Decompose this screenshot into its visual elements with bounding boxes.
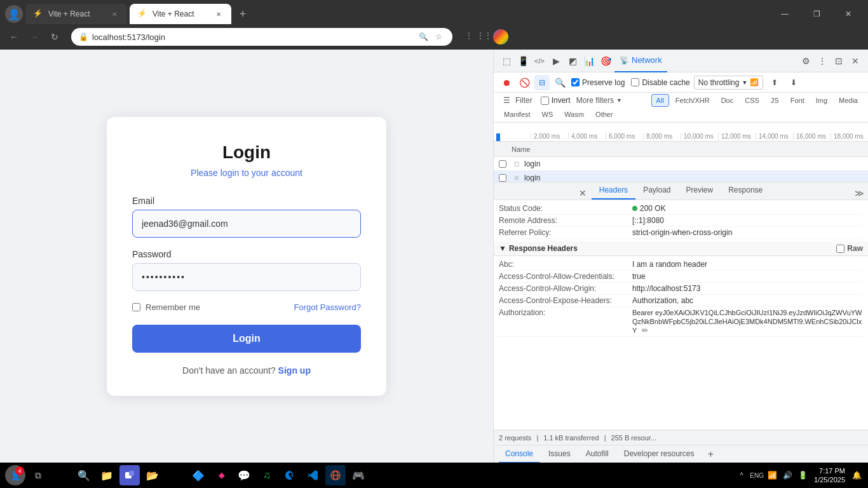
more-tools-icon[interactable]: ⋮ <box>815 53 830 69</box>
browser-taskbar-icon taskbar-browser[interactable] <box>325 465 346 485</box>
type-other-btn[interactable]: Other <box>590 108 618 121</box>
type-ws-btn[interactable]: WS <box>537 108 559 121</box>
device-toolbar-icon[interactable]: 📱 <box>515 53 531 69</box>
row-select-2[interactable] <box>499 174 506 182</box>
disable-cache-checkbox[interactable] <box>631 78 639 86</box>
browser-tab-2[interactable]: ⚡ Vite + React ✕ <box>130 4 231 24</box>
tab-close-1[interactable]: ✕ <box>109 9 119 19</box>
detail-expand-icon[interactable]: ≫ <box>853 187 865 200</box>
type-img-btn[interactable]: Img <box>811 94 832 107</box>
response-headers-title[interactable]: ▼ Response Headers Raw <box>494 241 868 256</box>
back-button[interactable]: ← <box>5 28 23 46</box>
download-har-icon[interactable]: ⬇ <box>786 75 801 90</box>
add-panel-button[interactable]: + <box>703 447 718 462</box>
invert-checkbox[interactable] <box>541 97 549 105</box>
console-tab-icon[interactable]: ▶ <box>548 53 564 69</box>
bottom-tab-console[interactable]: Console <box>499 445 539 463</box>
bookmark-star-icon[interactable]: ☆ <box>432 30 445 43</box>
password-input[interactable] <box>132 263 361 291</box>
minimize-button[interactable]: — <box>770 4 799 24</box>
preserve-log-checkbox[interactable] <box>571 78 580 86</box>
forgot-password-link[interactable]: Forgot Password? <box>294 302 362 312</box>
type-fetch-btn[interactable]: Fetch/XHR <box>670 94 715 107</box>
teams-taskbar-icon[interactable] <box>119 465 140 485</box>
store-taskbar-icon[interactable]: 🛍 <box>165 465 186 485</box>
disable-cache-option[interactable]: Disable cache <box>631 78 689 87</box>
tab-close-2[interactable]: ✕ <box>214 9 224 19</box>
network-row-login-fetch[interactable]: ⊙ login <box>494 171 868 182</box>
row-select-1[interactable] <box>499 160 506 168</box>
bottom-tab-dev-resources[interactable]: Developer resources <box>618 445 701 463</box>
clock-display[interactable]: 7:17 PM 1/25/2025 <box>814 466 845 485</box>
invert-option[interactable]: Invert <box>541 96 571 105</box>
edge-taskbar-icon[interactable] <box>280 465 300 485</box>
profile-icon[interactable] <box>493 29 508 44</box>
bottom-tab-issues[interactable]: Issues <box>542 445 577 463</box>
search-network-icon[interactable]: 🔍 <box>552 75 567 90</box>
close-button[interactable]: ✕ <box>834 4 863 24</box>
type-doc-btn[interactable]: Doc <box>716 94 739 107</box>
reload-button[interactable]: ↻ <box>46 28 64 46</box>
record-button[interactable]: ⏺ <box>499 75 514 90</box>
volume-icon[interactable]: 🔊 <box>781 469 794 482</box>
battery-icon[interactable]: 🔋 <box>796 469 809 482</box>
type-js-btn[interactable]: JS <box>766 94 784 107</box>
remember-me-label[interactable]: Remember me <box>132 302 200 312</box>
filter-icon[interactable]: ⊟ <box>534 75 550 90</box>
raw-checkbox-wrap[interactable]: Raw <box>836 244 863 253</box>
type-all-btn[interactable]: All <box>651 94 669 107</box>
extensions-icon[interactable]: ⋮ <box>463 29 475 42</box>
start-taskbar-icon[interactable]: ⊞ <box>51 465 71 485</box>
type-css-btn[interactable]: CSS <box>740 94 764 107</box>
edit-header-icon[interactable]: ✏ <box>642 326 648 335</box>
notification-center-icon[interactable]: 🔔 <box>850 469 863 482</box>
detail-close-button[interactable]: ✕ <box>576 187 589 200</box>
network-tray-icon[interactable]: 📶 <box>766 469 778 482</box>
gamepad-taskbar-icon[interactable]: 🎮 <box>348 465 369 485</box>
taskview-taskbar-icon[interactable]: ⧉ <box>28 465 48 485</box>
vscode-taskbar-icon[interactable] <box>302 465 323 485</box>
extra1-taskbar-icon[interactable]: 🔷 <box>188 465 208 485</box>
maximize-button[interactable]: ❐ <box>802 4 831 24</box>
remember-me-checkbox[interactable] <box>132 303 140 311</box>
jetbrains-taskbar-icon[interactable]: ◈ <box>211 465 231 485</box>
search-icon[interactable]: 🔍 <box>417 30 430 43</box>
type-wasm-btn[interactable]: Wasm <box>559 108 589 121</box>
more-icon[interactable]: ⋮⋮ <box>478 29 491 42</box>
detail-tab-payload[interactable]: Payload <box>635 182 678 200</box>
spotify-taskbar-icon[interactable]: ♫ <box>257 465 277 485</box>
file-explorer-taskbar-icon[interactable]: 📁 <box>97 465 117 485</box>
avatar-taskbar-icon[interactable]: 👤 4 <box>5 465 25 485</box>
elements-tab[interactable]: </> <box>532 53 547 69</box>
tray-expand-icon[interactable]: ^ <box>735 469 748 482</box>
throttle-select[interactable]: No throttling ▼ 📶 <box>694 76 764 90</box>
detail-tab-headers[interactable]: Headers <box>592 182 635 200</box>
performance-tab-icon[interactable]: 📊 <box>581 53 597 69</box>
new-tab-button[interactable]: + <box>234 5 252 23</box>
preserve-log-option[interactable]: Preserve log <box>571 78 625 87</box>
login-button[interactable]: Login <box>132 325 361 353</box>
recorder-tab-icon[interactable]: 🎯 <box>598 53 613 69</box>
inspect-element-icon[interactable]: ⬚ <box>499 53 514 69</box>
clear-button[interactable]: 🚫 <box>517 75 532 90</box>
search-taskbar-icon[interactable]: 🔍 <box>74 465 94 485</box>
type-font-btn[interactable]: Font <box>785 94 810 107</box>
detach-icon[interactable]: ⊡ <box>831 53 846 69</box>
signup-link[interactable]: Sign up <box>278 365 311 376</box>
email-input[interactable] <box>132 210 361 238</box>
browser-tab-1[interactable]: ⚡ Vite + React ✕ <box>25 4 127 24</box>
sources-tab-icon[interactable]: ◩ <box>565 53 580 69</box>
type-manifest-btn[interactable]: Manifest <box>499 108 536 121</box>
raw-checkbox[interactable] <box>836 245 844 253</box>
language-icon[interactable]: ENG <box>750 469 763 482</box>
forward-button[interactable]: → <box>25 28 43 46</box>
network-tab[interactable]: 📡Network <box>614 50 667 72</box>
type-media-btn[interactable]: Media <box>834 94 863 107</box>
more-filters-btn[interactable]: More filters ▼ <box>572 94 627 107</box>
upload-har-icon[interactable]: ⬆ <box>767 75 782 90</box>
address-bar[interactable]: 🔒 localhost:5173/login 🔍 ☆ <box>71 28 452 46</box>
browser-avatar[interactable]: 👤 <box>5 5 23 23</box>
bottom-tab-autofill[interactable]: Autofill <box>580 445 615 463</box>
network-row-login-doc[interactable]: ◻ login <box>494 157 868 171</box>
detail-tab-response[interactable]: Response <box>721 182 770 200</box>
